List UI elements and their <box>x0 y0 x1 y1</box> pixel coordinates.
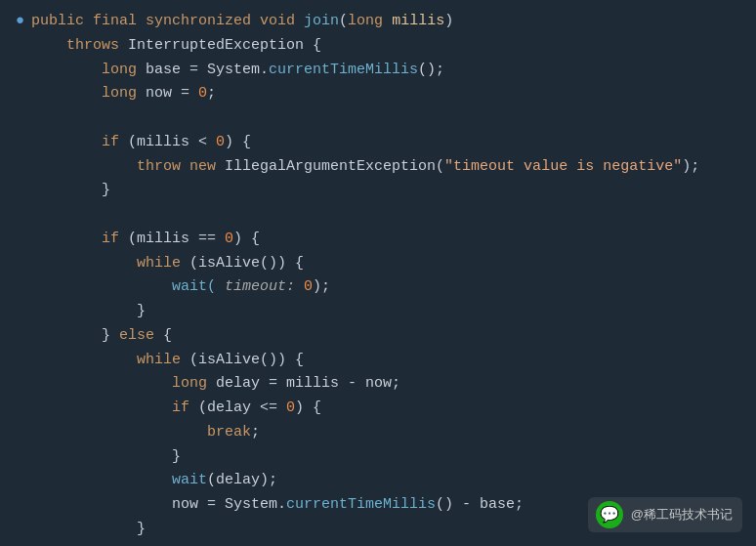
code-token: long <box>348 10 392 34</box>
code-token: 0 <box>286 397 295 421</box>
line-indicator <box>16 203 25 228</box>
code-token: while <box>31 252 189 276</box>
code-token: ) { <box>225 131 251 155</box>
code-token: (millis == <box>128 228 225 252</box>
code-token: { <box>163 324 172 349</box>
watermark: 💬 @稀工码技术书记 <box>588 497 742 532</box>
code-line: throws InterruptedException { <box>0 34 756 59</box>
code-line <box>0 203 756 228</box>
code-token: if <box>31 228 128 252</box>
code-token: now <box>146 82 181 106</box>
code-line: } <box>0 542 756 547</box>
line-indicator <box>16 131 25 155</box>
code-token: } <box>31 300 146 324</box>
code-line: long base = System.currentTimeMillis(); <box>0 59 756 83</box>
code-token: () - base; <box>436 493 524 518</box>
line-indicator <box>16 59 25 83</box>
code-line: break; <box>0 421 756 445</box>
code-token: currentTimeMillis <box>286 493 436 518</box>
line-indicator <box>16 372 25 397</box>
code-token: IllegalArgumentException <box>225 155 436 180</box>
code-token: while <box>31 349 189 373</box>
line-indicator <box>16 493 25 518</box>
line-indicator <box>16 349 25 373</box>
code-token: new <box>189 155 225 180</box>
code-line: if (millis < 0) { <box>0 131 756 155</box>
code-token: long <box>31 82 146 106</box>
code-token: ( <box>339 10 348 34</box>
code-token: 0 <box>225 228 233 252</box>
code-token: long <box>31 59 146 83</box>
code-token: wait <box>31 469 207 493</box>
code-line: } <box>0 445 756 470</box>
code-token: ); <box>682 155 699 180</box>
code-line: wait( timeout: 0); <box>0 275 756 300</box>
line-indicator <box>16 275 25 300</box>
line-indicator <box>16 445 25 470</box>
code-token: 0 <box>216 131 225 155</box>
code-token: { <box>313 34 321 59</box>
code-token: ) { <box>295 397 321 421</box>
line-indicator <box>16 179 25 203</box>
code-token: "timeout value is negative" <box>444 155 682 180</box>
code-token: (isAlive()) { <box>189 349 304 373</box>
code-token: (delay); <box>207 469 277 493</box>
code-token: synchronized <box>146 10 260 34</box>
line-indicator <box>16 469 25 493</box>
code-token: delay <box>216 372 269 397</box>
code-line: throw new IllegalArgumentException("time… <box>0 155 756 180</box>
code-token: 0 <box>198 82 207 106</box>
code-token: InterruptedException <box>128 34 313 59</box>
code-token: (millis < <box>128 131 216 155</box>
code-token: ( <box>436 155 444 180</box>
code-token: throw <box>31 155 189 180</box>
line-indicator <box>16 397 25 421</box>
code-line: ●public final synchronized void join(lon… <box>0 10 756 34</box>
code-token: void <box>260 10 304 34</box>
line-indicator <box>16 421 25 445</box>
code-token: timeout: <box>225 275 304 300</box>
line-indicator <box>16 228 25 252</box>
code-line: long delay = millis - now; <box>0 372 756 397</box>
code-line: long now = 0; <box>0 82 756 106</box>
line-indicator <box>16 518 25 542</box>
code-token: = <box>181 82 198 106</box>
watermark-icon: 💬 <box>596 501 623 528</box>
line-indicator <box>16 252 25 276</box>
code-token: ) <box>444 10 453 34</box>
code-line: if (millis == 0) { <box>0 228 756 252</box>
code-token: throws <box>31 34 128 59</box>
code-token: ); <box>313 275 330 300</box>
code-token: currentTimeMillis <box>269 59 418 83</box>
line-indicator <box>16 324 25 349</box>
code-block: ●public final synchronized void join(lon… <box>0 0 756 546</box>
code-token: } <box>31 542 110 547</box>
code-line: while (isAlive()) { <box>0 349 756 373</box>
code-line: } else { <box>0 324 756 349</box>
code-token: } <box>31 324 119 349</box>
code-token: (delay <= <box>198 397 286 421</box>
code-token: public <box>31 10 93 34</box>
code-token: (isAlive()) { <box>189 252 304 276</box>
line-indicator <box>16 106 25 131</box>
code-token: = millis - now; <box>269 372 400 397</box>
line-indicator <box>16 82 25 106</box>
code-line: } <box>0 300 756 324</box>
code-token: (); <box>418 59 444 83</box>
code-token: ; <box>207 82 216 106</box>
code-token: } <box>31 179 110 203</box>
code-token: final <box>93 10 146 34</box>
line-indicator <box>16 300 25 324</box>
code-token: = System. <box>189 59 269 83</box>
line-indicator <box>16 542 25 547</box>
code-line <box>0 106 756 131</box>
code-token: ; <box>251 421 260 445</box>
line-indicator <box>16 34 25 59</box>
code-line: while (isAlive()) { <box>0 252 756 276</box>
code-token: if <box>31 397 198 421</box>
line-indicator: ● <box>16 10 25 34</box>
code-token: } <box>31 445 181 470</box>
code-token: 0 <box>304 275 313 300</box>
code-token: ) { <box>233 228 260 252</box>
code-token: else <box>119 324 163 349</box>
